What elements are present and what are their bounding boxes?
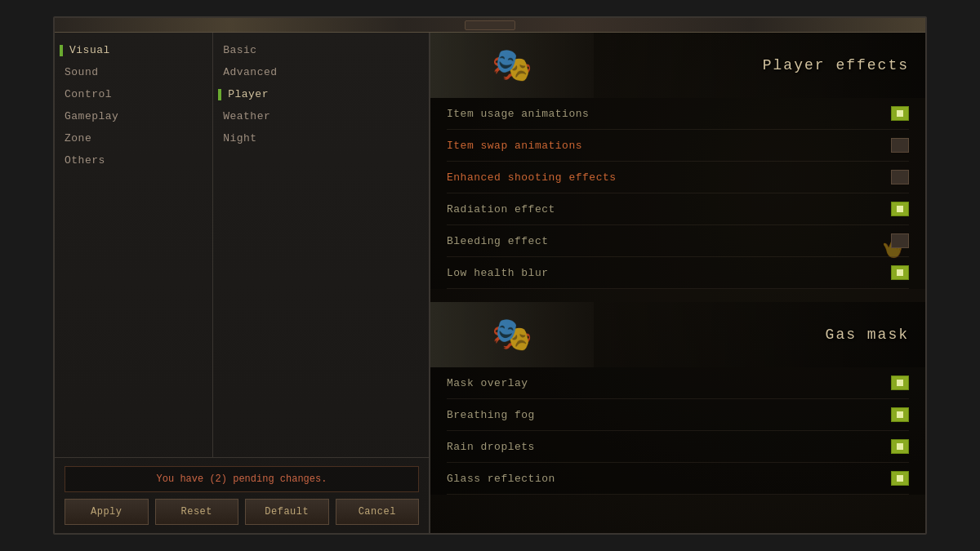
glass-reflection-label: Glass reflection (447, 473, 555, 485)
setting-breathing-fog: Breathing fog (447, 399, 909, 431)
nav-area: Visual Sound Control Gameplay Zone (55, 33, 429, 458)
decorative-top-border (55, 18, 925, 33)
nav-item-player[interactable]: Player (213, 83, 429, 105)
nav-col1: Visual Sound Control Gameplay Zone (55, 33, 213, 457)
mask-overlay-label: Mask overlay (447, 377, 528, 389)
item-swap-animations-toggle[interactable] (891, 138, 909, 153)
bleeding-effect-toggle[interactable] (891, 233, 909, 248)
gas-mask-title: Gas mask (826, 327, 909, 343)
right-content: 🎭 Player effects Item usage animations I… (430, 33, 925, 495)
nav-item-others[interactable]: Others (55, 149, 212, 171)
bleeding-effect-label: Bleeding effect (447, 235, 549, 247)
main-content: Visual Sound Control Gameplay Zone (55, 33, 925, 533)
setting-glass-reflection: Glass reflection (447, 463, 909, 495)
reset-button[interactable]: Reset (155, 499, 239, 525)
setting-rain-droplets: Rain droplets (447, 431, 909, 463)
section-divider (430, 289, 925, 302)
breathing-fog-label: Breathing fog (447, 409, 535, 421)
settings-window: Visual Sound Control Gameplay Zone (53, 16, 927, 535)
setting-enhanced-shooting: Enhanced shooting effects (447, 162, 909, 193)
action-buttons: Apply Reset Default Cancel (65, 499, 419, 525)
player-effects-title: Player effects (763, 57, 909, 73)
mask-overlay-toggle[interactable] (891, 375, 909, 390)
nav-col2: Basic Advanced Player Weather Night (213, 33, 429, 457)
breathing-fog-toggle[interactable] (891, 407, 909, 422)
rain-droplets-label: Rain droplets (447, 441, 535, 453)
item-swap-animations-label: Item swap animations (447, 140, 582, 152)
player-effects-header: 🎭 Player effects (430, 33, 925, 98)
rain-droplets-toggle[interactable] (891, 439, 909, 454)
nav-item-weather[interactable]: Weather (213, 105, 429, 127)
setting-radiation-effect: Radiation effect (447, 193, 909, 225)
cancel-button[interactable]: Cancel (336, 499, 420, 525)
setting-item-usage-animations: Item usage animations (447, 98, 909, 130)
default-button[interactable]: Default (245, 499, 329, 525)
player-effects-settings: Item usage animations Item swap animatio… (430, 98, 925, 289)
item-usage-animations-toggle[interactable] (891, 106, 909, 121)
gas-mask-header: 🎭 Gas mask (430, 302, 925, 367)
nav-item-night[interactable]: Night (213, 127, 429, 149)
nav-item-gameplay[interactable]: Gameplay (55, 105, 212, 127)
radiation-effect-toggle[interactable] (891, 202, 909, 216)
nav-item-advanced[interactable]: Advanced (213, 61, 429, 83)
low-health-blur-toggle[interactable] (891, 265, 909, 280)
low-health-blur-label: Low health blur (447, 267, 549, 279)
left-panel: Visual Sound Control Gameplay Zone (55, 33, 430, 533)
nav-item-zone[interactable]: Zone (55, 127, 212, 149)
enhanced-shooting-label: Enhanced shooting effects (447, 171, 617, 184)
setting-item-swap-animations: Item swap animations (447, 130, 909, 162)
setting-bleeding-effect: Bleeding effect (447, 225, 909, 257)
pending-changes-message: You have (2) pending changes. (65, 466, 419, 492)
glass-reflection-toggle[interactable] (891, 471, 909, 486)
nav-item-visual[interactable]: Visual (55, 39, 212, 61)
nav-item-sound[interactable]: Sound (55, 61, 212, 83)
gas-mask-settings: Mask overlay Breathing fog Rain droplets… (430, 367, 925, 495)
right-panel: 🎭 Player effects Item usage animations I… (430, 33, 925, 533)
setting-low-health-blur: Low health blur (447, 257, 909, 289)
nav-item-basic[interactable]: Basic (213, 39, 429, 61)
nav-item-control[interactable]: Control (55, 83, 212, 105)
bottom-area: You have (2) pending changes. Apply Rese… (55, 458, 429, 533)
apply-button[interactable]: Apply (65, 499, 149, 525)
setting-mask-overlay: Mask overlay (447, 367, 909, 399)
radiation-effect-label: Radiation effect (447, 203, 555, 216)
enhanced-shooting-toggle[interactable] (891, 170, 909, 184)
item-usage-animations-label: Item usage animations (447, 108, 589, 120)
